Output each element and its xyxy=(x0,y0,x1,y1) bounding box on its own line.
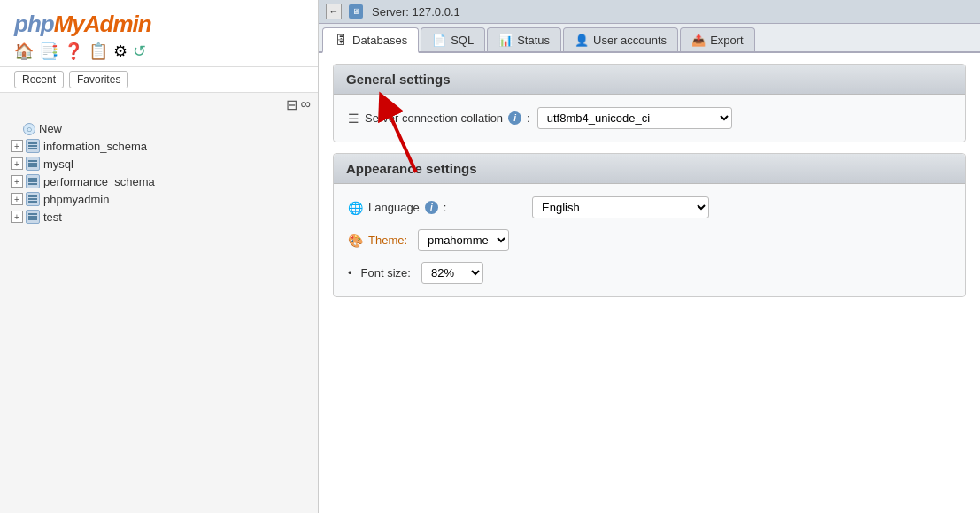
theme-icon: 🎨 xyxy=(348,234,363,248)
db-icon xyxy=(26,174,40,188)
appearance-settings-title: Appearance settings xyxy=(346,161,477,176)
db-name: information_schema xyxy=(43,140,147,153)
sidebar: phpMyAdmin 🏠 📑 ❓ 📋 ⚙ ↺ Recent Favorites … xyxy=(0,0,319,513)
collation-info-icon[interactable]: i xyxy=(508,111,521,125)
language-select[interactable]: English French German Spanish xyxy=(532,196,709,218)
main-wrapper: ← 🖥 Server: 127.0.0.1 🗄 Databases 📄 SQL … xyxy=(319,0,980,513)
expander-icon[interactable]: + xyxy=(11,157,23,170)
appearance-settings-header: Appearance settings xyxy=(334,154,965,184)
collation-icon: ☰ xyxy=(348,111,359,126)
db-name: test xyxy=(43,211,62,224)
fontsize-label-text: Font size: xyxy=(361,266,411,279)
appearance-settings-body: 🌐 Language i: English French German Span… xyxy=(334,184,965,296)
tab-sql[interactable]: 📄 SQL xyxy=(421,27,485,51)
main-panel: ← 🖥 Server: 127.0.0.1 🗄 Databases 📄 SQL … xyxy=(319,0,980,513)
collation-label-text: Server connection collation xyxy=(365,111,503,125)
bullet-icon: • xyxy=(348,266,352,279)
new-db-icon: ○ xyxy=(23,123,35,135)
collation-row: ☰ Server connection collation i: utf8mb4… xyxy=(348,107,951,129)
logo-icons: 🏠 📑 ❓ 📋 ⚙ ↺ xyxy=(14,42,304,61)
fontsize-row: • Font size: 82% 90% 100% 110% xyxy=(348,262,951,284)
list-item[interactable]: + performance_schema xyxy=(7,172,311,190)
language-info-icon[interactable]: i xyxy=(425,201,438,214)
status-tab-icon: 📊 xyxy=(498,33,513,47)
refresh-icon[interactable]: ↺ xyxy=(133,42,146,61)
recent-button[interactable]: Recent xyxy=(14,71,64,88)
expander-icon[interactable]: + xyxy=(11,140,23,152)
sidebar-nav: Recent Favorites xyxy=(0,67,318,93)
db-tree: ○ New + information_schema + mysql + per… xyxy=(0,117,318,513)
user-accounts-tab-icon: 👤 xyxy=(575,33,589,47)
copy-icon[interactable]: 📋 xyxy=(89,42,108,61)
db-name: phpmyadmin xyxy=(43,193,109,206)
expander-icon[interactable]: + xyxy=(11,193,23,205)
home-icon[interactable]: 🏠 xyxy=(14,42,34,61)
fontsize-label: • Font size: xyxy=(348,266,411,279)
db-icon xyxy=(26,157,40,171)
server-bar: ← 🖥 Server: 127.0.0.1 xyxy=(319,0,980,24)
general-settings-section: General settings ☰ Server connection col… xyxy=(333,64,966,142)
collation-select[interactable]: utf8mb4_unicode_ci utf8_general_ci utf8_… xyxy=(537,107,732,129)
theme-label-text: Theme: xyxy=(368,234,407,247)
theme-row: 🎨 Theme: pmahomme original xyxy=(348,229,951,251)
bookmark-icon[interactable]: 📑 xyxy=(39,42,58,61)
fontsize-select[interactable]: 82% 90% 100% 110% xyxy=(421,262,483,284)
tabs-bar: 🗄 Databases 📄 SQL 📊 Status 👤 User accoun… xyxy=(319,24,980,53)
list-item[interactable]: + mysql xyxy=(7,155,311,172)
language-row: 🌐 Language i: English French German Span… xyxy=(348,196,951,218)
server-label: Server: 127.0.0.1 xyxy=(372,5,460,19)
server-icon: 🖥 xyxy=(349,4,363,19)
sql-tab-icon: 📄 xyxy=(432,33,446,47)
db-icon xyxy=(26,192,40,206)
logo-php: php xyxy=(14,11,54,37)
favorites-button[interactable]: Favorites xyxy=(69,71,128,88)
databases-tab-icon: 🗄 xyxy=(334,33,348,47)
tab-export[interactable]: 📤 Export xyxy=(680,27,755,51)
main-content: General settings ☰ Server connection col… xyxy=(319,53,980,513)
export-tab-icon: 📤 xyxy=(691,33,706,47)
sidebar-tools: ⊟ ∞ xyxy=(0,93,318,117)
db-icon xyxy=(26,210,40,224)
sql-tab-label: SQL xyxy=(451,34,474,47)
general-settings-body: ☰ Server connection collation i: utf8mb4… xyxy=(334,95,965,142)
logo-mya: MyAdmin xyxy=(54,11,151,37)
collapse-icon[interactable]: ⊟ xyxy=(286,96,297,113)
logo-area: phpMyAdmin 🏠 📑 ❓ 📋 ⚙ ↺ xyxy=(0,0,318,67)
language-label-text: Language xyxy=(368,201,420,214)
appearance-settings-section: Appearance settings 🌐 Language i: Englis… xyxy=(333,153,966,297)
app-logo: phpMyAdmin xyxy=(14,11,304,38)
language-label: 🌐 Language i: xyxy=(348,201,525,215)
status-tab-label: Status xyxy=(517,34,550,47)
settings-icon[interactable]: ⚙ xyxy=(113,42,127,61)
general-settings-title: General settings xyxy=(346,72,451,87)
collation-label: ☰ Server connection collation i: xyxy=(348,111,530,126)
databases-tab-label: Databases xyxy=(352,34,407,47)
db-name: performance_schema xyxy=(43,175,155,188)
language-icon: 🌐 xyxy=(348,201,363,215)
theme-label: 🎨 Theme: xyxy=(348,234,407,248)
theme-select[interactable]: pmahomme original xyxy=(418,229,509,251)
export-tab-label: Export xyxy=(710,34,744,47)
collapse-arrow-icon: ← xyxy=(329,6,339,17)
collapse-button[interactable]: ← xyxy=(326,4,342,19)
expander-icon[interactable]: + xyxy=(11,175,23,188)
link-icon[interactable]: ∞ xyxy=(301,96,311,113)
db-name: mysql xyxy=(43,157,73,171)
list-item[interactable]: + phpmyadmin xyxy=(7,190,311,208)
tab-user-accounts[interactable]: 👤 User accounts xyxy=(563,27,678,51)
db-icon xyxy=(26,139,40,153)
tab-databases[interactable]: 🗄 Databases xyxy=(322,27,419,53)
list-item[interactable]: + test xyxy=(7,208,311,226)
list-item[interactable]: + information_schema xyxy=(7,137,311,155)
help-icon[interactable]: ❓ xyxy=(64,42,83,61)
general-settings-header: General settings xyxy=(334,65,965,95)
new-db-label: New xyxy=(39,122,62,135)
new-db-item[interactable]: ○ New xyxy=(7,120,311,137)
expander-icon[interactable]: + xyxy=(11,211,23,223)
user-accounts-tab-label: User accounts xyxy=(593,34,667,47)
tab-status[interactable]: 📊 Status xyxy=(487,27,561,51)
